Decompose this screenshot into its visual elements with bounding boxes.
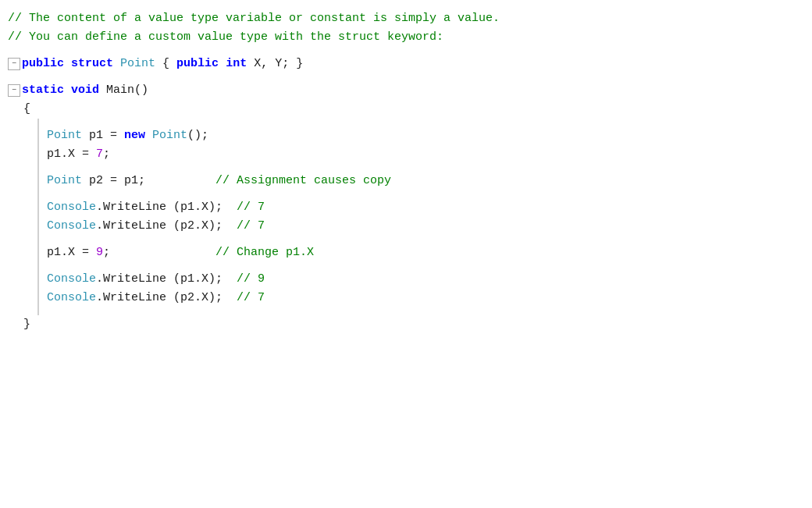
p2-decl-line: Point p2 = p1; // Assignment causes copy: [47, 172, 812, 190]
keyword-void: void: [71, 81, 99, 100]
comment-line-2: // You can define a custom value type wi…: [0, 28, 812, 47]
keyword-struct: struct: [71, 55, 113, 73]
close-brace: }: [23, 315, 30, 334]
close-brace-line: }: [0, 315, 812, 334]
type-point-p1: Point: [47, 126, 82, 145]
comment-line-1: // The content of a value type variable …: [0, 9, 812, 28]
console-writeline-p2x-2-line: Console .WriteLine (p2.X); // 7: [47, 289, 812, 307]
number-9: 9: [96, 243, 103, 262]
open-brace: {: [23, 100, 30, 119]
keyword-new: new: [124, 126, 145, 145]
comment-9: // 9: [237, 270, 265, 289]
type-point-p2: Point: [47, 172, 82, 190]
comment-7-second: // 7: [237, 217, 265, 236]
console-writeline-p1x-line: Console .WriteLine (p1.X); // 7: [47, 198, 812, 217]
comment-text-2: // You can define a custom value type wi…: [8, 28, 443, 47]
number-7-first: 7: [96, 145, 103, 164]
collapse-struct-button[interactable]: −: [8, 58, 20, 70]
comment-text-1: // The content of a value type variable …: [8, 9, 500, 28]
keyword-int: int: [226, 55, 247, 73]
main-method-line: − static void Main(): [0, 81, 812, 100]
keyword-public-2: public: [176, 55, 219, 73]
console-writeline-p1x-2-line: Console .WriteLine (p1.X); // 9: [47, 270, 812, 289]
assignment-copy-comment: // Assignment causes copy: [215, 172, 391, 190]
struct-declaration-line: − public struct Point { public int X, Y;…: [0, 55, 812, 73]
comment-7-first: // 7: [237, 198, 265, 217]
console-class-3: Console: [47, 270, 96, 289]
code-editor: // The content of a value type variable …: [0, 0, 812, 508]
keyword-public-struct: public: [22, 55, 64, 73]
keyword-static: static: [22, 81, 64, 100]
console-writeline-p2x-line: Console .WriteLine (p2.X); // 7: [47, 217, 812, 236]
open-brace-line: {: [0, 100, 812, 119]
console-class-1: Console: [47, 198, 96, 217]
type-point-constructor: Point: [152, 126, 187, 145]
console-class-2: Console: [47, 217, 96, 236]
p1-decl-line: Point p1 = new Point ();: [47, 126, 812, 145]
type-point: Point: [120, 55, 155, 73]
change-p1x-comment: // Change p1.X: [215, 243, 314, 262]
collapse-main-button[interactable]: −: [8, 84, 20, 97]
comment-7-third: // 7: [237, 289, 265, 307]
console-class-4: Console: [47, 289, 96, 307]
p1-x-reassign-line: p1.X = 9 ; // Change p1.X: [47, 243, 812, 262]
p1-x-assign-line: p1.X = 7 ;: [47, 145, 812, 164]
